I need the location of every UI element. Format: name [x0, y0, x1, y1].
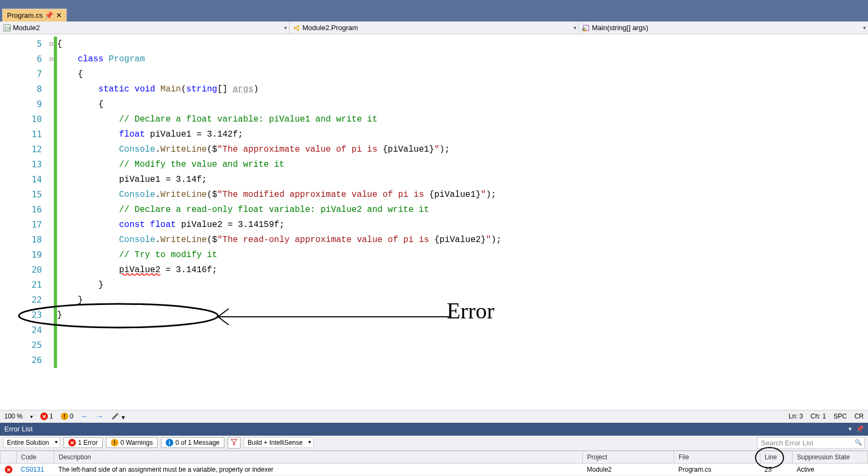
spaces-indicator: SPC [834, 413, 847, 420]
code-line[interactable]: piValue2 = 3.1416f; [57, 262, 868, 278]
error-state: Active [793, 463, 868, 476]
svg-point-4 [297, 29, 299, 31]
title-bar [0, 0, 868, 6]
class-dropdown[interactable]: Module2.Program ▾ [290, 22, 579, 34]
line-number: 12 [0, 142, 42, 157]
pin-icon[interactable]: 📌 [46, 12, 52, 19]
messages-filter[interactable]: i0 of 1 Message [161, 437, 224, 448]
col-code[interactable]: Code [17, 451, 54, 463]
line-number: 7 [0, 67, 42, 82]
code-line[interactable]: { [57, 67, 868, 82]
svg-line-6 [296, 28, 297, 30]
code-editor[interactable]: 567891011121314151617181920212223242526 … [0, 34, 868, 410]
error-count-badge[interactable]: ✕1 [40, 413, 53, 420]
line-number: 10 [0, 112, 42, 127]
code-line[interactable]: { [57, 97, 868, 112]
col-suppression[interactable]: Suppression State [793, 451, 868, 463]
csharp-file-icon: C# [3, 24, 11, 32]
warning-count-badge[interactable]: !0 [61, 413, 74, 420]
method-label: Main(string[] args) [592, 24, 648, 32]
line-number: 24 [0, 323, 42, 338]
tab-filename: Program.cs [7, 11, 43, 19]
error-icon: ✕ [40, 413, 48, 420]
error-code[interactable]: CS0131 [17, 463, 54, 476]
chevron-down-icon: ▾ [284, 25, 287, 31]
line-indicator: Ln: 3 [789, 413, 803, 420]
code-text[interactable]: { class Program { static void Main(strin… [57, 34, 868, 410]
code-line[interactable]: // Try to modify it [57, 247, 868, 262]
code-line[interactable]: } [57, 293, 868, 308]
col-file[interactable]: File [674, 451, 760, 463]
line-number: 22 [0, 293, 42, 308]
close-icon[interactable]: ✕ [55, 12, 62, 19]
line-number: 17 [0, 217, 42, 232]
build-intellisense-selector[interactable]: Build + IntelliSense [244, 437, 314, 448]
line-number: 21 [0, 278, 42, 293]
line-number: 19 [0, 247, 42, 262]
svg-text:C#: C# [5, 26, 11, 31]
code-line[interactable]: const float piValue2 = 3.14159f; [57, 217, 868, 232]
chevron-down-icon[interactable]: ▾ [30, 414, 33, 420]
col-project[interactable]: Project [583, 451, 674, 463]
error-file: Program.cs [674, 463, 760, 476]
filter-button[interactable] [228, 437, 241, 449]
lineending-indicator: CR [855, 413, 864, 420]
outlining-margin[interactable]: ⊟⊟ [48, 34, 54, 410]
col-icon[interactable] [1, 451, 17, 463]
svg-text:🔒: 🔒 [583, 27, 587, 32]
line-number: 6 [0, 52, 42, 67]
error-project: Module2 [583, 463, 674, 476]
editor-status-bar: 100 % ▾ ✕1 !0 ← → ▾ Ln: 3 Ch: 1 SPC CR [0, 410, 868, 423]
code-line[interactable]: float piValue1 = 3.142f; [57, 127, 868, 142]
code-line[interactable]: { [57, 37, 868, 52]
fold-toggle[interactable]: ⊟ [48, 52, 54, 67]
panel-options-icon[interactable]: ▾ [849, 425, 852, 432]
code-line[interactable]: // Declare a read-only float variable: p… [57, 202, 868, 217]
document-tab-strip: Program.cs 📌 ✕ [0, 6, 868, 22]
method-dropdown[interactable]: 🔒 Main(string[] args) ▾ [579, 22, 868, 34]
code-line[interactable]: Console.WriteLine($"The approximate valu… [57, 142, 868, 157]
code-line[interactable]: } [57, 278, 868, 293]
svg-point-3 [297, 25, 299, 27]
code-line[interactable]: static void Main(string[] args) [57, 82, 868, 97]
screwdriver-icon[interactable]: ▾ [111, 412, 124, 421]
error-list-toolbar: Entire Solution ✕1 Error !0 Warnings i0 … [0, 436, 868, 451]
document-tab[interactable]: Program.cs 📌 ✕ [2, 9, 67, 22]
error-description: The left-hand side of an assignment must… [54, 463, 583, 476]
error-list-title: Error List [4, 425, 33, 433]
pin-icon[interactable]: 📌 [856, 425, 864, 432]
code-line[interactable]: piValue1 = 3.14f; [57, 172, 868, 187]
warnings-filter[interactable]: !0 Warnings [106, 437, 158, 448]
nav-forward-button[interactable]: → [96, 412, 103, 421]
code-line[interactable]: // Declare a float variable: piValue1 an… [57, 112, 868, 127]
code-line[interactable]: class Program [57, 52, 868, 67]
nav-back-button[interactable]: ← [81, 412, 88, 421]
col-line[interactable]: Line [760, 451, 793, 463]
line-number: 11 [0, 127, 42, 142]
filter-icon [230, 439, 238, 447]
scope-dropdown[interactable]: C# Module2 ▾ [0, 22, 290, 34]
search-error-list-input[interactable]: Search Error List [757, 437, 865, 449]
fold-toggle[interactable]: ⊟ [48, 37, 54, 52]
col-description[interactable]: Description [54, 451, 583, 463]
error-row[interactable]: ✕CS0131The left-hand side of an assignme… [1, 463, 868, 476]
line-number: 25 [0, 338, 42, 353]
code-line[interactable]: Console.WriteLine($"The modified approxi… [57, 187, 868, 202]
line-number: 13 [0, 157, 42, 172]
warning-icon: ! [111, 439, 118, 446]
errors-filter[interactable]: ✕1 Error [63, 437, 103, 448]
code-line[interactable]: // Modify the value and write it [57, 157, 868, 172]
line-number: 15 [0, 187, 42, 202]
warning-icon: ! [61, 413, 68, 420]
error-icon: ✕ [1, 463, 17, 476]
error-list-table: Code Description Project File Line Suppr… [0, 451, 868, 477]
line-number-gutter: 567891011121314151617181920212223242526 [0, 34, 48, 410]
code-line[interactable]: Console.WriteLine($"The read-only approx… [57, 232, 868, 247]
scope-selector[interactable]: Entire Solution [3, 437, 60, 448]
class-icon [293, 24, 300, 32]
code-line[interactable]: } [57, 308, 868, 323]
error-icon: ✕ [68, 439, 76, 446]
error-list-panel-header[interactable]: Error List ▾ 📌 [0, 423, 868, 436]
zoom-level[interactable]: 100 % [4, 413, 23, 420]
svg-point-2 [294, 27, 296, 29]
